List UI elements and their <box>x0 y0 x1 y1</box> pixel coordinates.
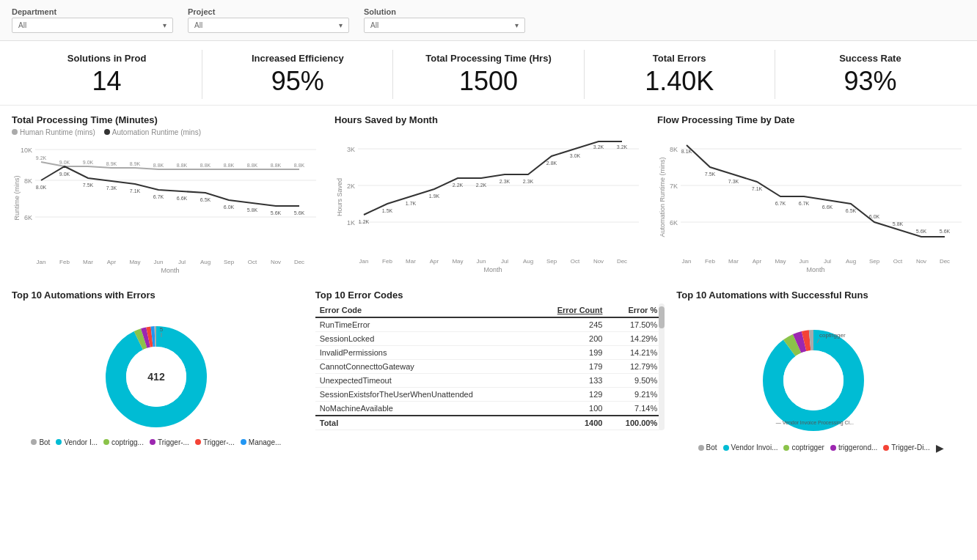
processing-time-legend: Human Runtime (mins) Automation Runtime … <box>12 128 320 136</box>
next-page-icon[interactable]: ▶ <box>936 442 944 454</box>
table-scrollbar[interactable] <box>659 303 665 430</box>
flow-processing-title: Flow Processing Time by Date <box>657 114 965 125</box>
svg-text:8K: 8K <box>670 146 678 153</box>
svg-text:Mar: Mar <box>83 259 93 265</box>
table-row: UnexpectedTimeout1339.50% <box>315 373 662 387</box>
department-chevron-icon: ▾ <box>163 21 167 29</box>
svg-text:Sep: Sep <box>546 258 557 265</box>
svg-text:6.7K: 6.7K <box>153 194 164 199</box>
svg-text:Jul: Jul <box>501 258 508 265</box>
svg-text:2.3K: 2.3K <box>523 179 534 184</box>
svg-text:8.0K: 8.0K <box>36 185 47 190</box>
svg-text:8.9K: 8.9K <box>106 161 117 166</box>
kpi-efficiency-value: 95% <box>210 67 385 96</box>
legend-vendor-success: Vendor Invoi... <box>723 442 778 454</box>
svg-text:5.6K: 5.6K <box>271 210 282 215</box>
svg-text:Feb: Feb <box>705 258 715 265</box>
svg-text:Apr: Apr <box>430 258 439 265</box>
legend-trigger2-errors: Trigger-... <box>195 438 235 446</box>
svg-text:Feb: Feb <box>59 259 70 265</box>
svg-text:Sep: Sep <box>224 259 235 265</box>
total-count: 1400 <box>534 416 607 430</box>
kpi-solutions-value: 14 <box>19 67 194 96</box>
svg-text:Automation Runtime (mins): Automation Runtime (mins) <box>659 157 666 237</box>
svg-text:Apr: Apr <box>107 259 117 265</box>
svg-text:1.7K: 1.7K <box>406 201 417 206</box>
svg-text:412: 412 <box>147 371 165 383</box>
svg-text:Month: Month <box>161 267 179 274</box>
svg-text:Hours Saved: Hours Saved <box>336 178 343 216</box>
processing-time-chart-svg: 10K 8K 6K Runtime (mins) 9.2K <box>12 139 320 281</box>
svg-text:6K: 6K <box>24 214 32 221</box>
svg-text:6.7K: 6.7K <box>799 201 810 206</box>
hours-saved-title: Hours Saved by Month <box>334 114 643 125</box>
svg-text:coptrigger: coptrigger <box>819 332 846 339</box>
svg-text:Month: Month <box>483 266 502 273</box>
total-pct: 100.00% <box>607 416 662 430</box>
kpi-efficiency-title: Increased Efficiency <box>210 53 385 64</box>
table-row: SessionExistsforTheUserWhenUnattended129… <box>315 387 662 401</box>
error-codes-title: Top 10 Error Codes <box>315 290 662 301</box>
errors-donut-title: Top 10 Automations with Errors <box>12 290 301 301</box>
svg-text:Jan: Jan <box>359 258 369 265</box>
svg-text:Dec: Dec <box>294 259 304 265</box>
svg-text:6.6K: 6.6K <box>822 205 833 210</box>
solution-value: All <box>370 21 378 29</box>
svg-text:7.5K: 7.5K <box>705 172 716 177</box>
success-donut-title: Top 10 Automations with Successful Runs <box>676 290 965 301</box>
svg-text:6.5K: 6.5K <box>846 208 857 213</box>
svg-text:Nov: Nov <box>916 258 926 265</box>
svg-text:Jan: Jan <box>682 258 692 265</box>
svg-text:8.8K: 8.8K <box>294 163 305 168</box>
department-value: All <box>18 21 26 29</box>
legend-triggerdi-success: Trigger-Di... <box>883 442 929 454</box>
department-select[interactable]: All ▾ <box>12 18 173 33</box>
svg-text:5.8K: 5.8K <box>247 207 258 213</box>
svg-text:Runtime (mins): Runtime (mins) <box>13 175 21 220</box>
kpi-solutions-in-prod: Solutions in Prod 14 <box>12 50 202 99</box>
svg-text:5.8K: 5.8K <box>893 221 904 226</box>
solution-chevron-icon: ▾ <box>515 21 519 29</box>
department-filter: Department All ▾ <box>12 7 173 33</box>
svg-text:3.2K: 3.2K <box>593 144 604 150</box>
table-row: NoMachineAvailable1007.14% <box>315 401 662 416</box>
project-filter: Project All ▾ <box>188 7 349 33</box>
kpi-processing-time: Total Processing Time (Hrs) 1500 <box>393 50 584 99</box>
svg-text:Apr: Apr <box>753 258 762 265</box>
svg-text:May: May <box>129 259 140 265</box>
human-runtime-legend: Human Runtime (mins) <box>12 128 95 136</box>
svg-text:9.2K: 9.2K <box>36 155 47 161</box>
svg-text:Sep: Sep <box>869 258 880 265</box>
kpi-processing-value: 1500 <box>400 67 576 96</box>
kpi-success-title: Success Rate <box>783 53 958 64</box>
svg-point-124 <box>783 350 844 410</box>
svg-text:Mar: Mar <box>406 258 416 265</box>
legend-vendor-errors: Vendor I... <box>56 438 98 446</box>
svg-text:May: May <box>452 258 463 265</box>
svg-text:Jul: Jul <box>178 259 186 265</box>
svg-text:7K: 7K <box>670 183 678 190</box>
svg-text:9.0K: 9.0K <box>83 160 94 165</box>
col-error-pct: Error % <box>607 303 662 317</box>
project-select[interactable]: All ▾ <box>188 18 349 33</box>
flow-processing-chart: Flow Processing Time by Date 8K 7K 6K Au… <box>651 111 971 284</box>
success-donut-section: Top 10 Automations with Successful Runs … <box>670 287 971 486</box>
flow-processing-chart-svg: 8K 7K 6K Automation Runtime (mins) 8.1K … <box>657 139 965 280</box>
legend-trigger1-errors: Trigger-... <box>150 438 189 446</box>
table-row: InvalidPermissions19914.21% <box>315 345 662 359</box>
svg-text:6.5K: 6.5K <box>200 197 211 202</box>
kpi-errors-value: 1.40K <box>592 67 767 96</box>
automation-runtime-legend: Automation Runtime (mins) <box>104 128 201 136</box>
kpi-success-value: 93% <box>783 67 958 96</box>
svg-text:10K: 10K <box>21 147 32 154</box>
svg-text:8.9K: 8.9K <box>130 161 141 166</box>
svg-text:Dec: Dec <box>940 258 950 265</box>
solution-filter: Solution All ▾ <box>364 7 525 33</box>
svg-text:7.3K: 7.3K <box>728 179 739 184</box>
svg-text:5.6K: 5.6K <box>294 210 305 215</box>
legend-coptrigger-success: coptrigger <box>783 442 824 454</box>
svg-text:8.8K: 8.8K <box>247 163 258 168</box>
legend-coptrigg-errors: coptrigg... <box>103 438 144 446</box>
solution-select[interactable]: All ▾ <box>364 18 525 33</box>
bottom-row: Top 10 Automations with Errors 412 5 <box>0 284 977 489</box>
